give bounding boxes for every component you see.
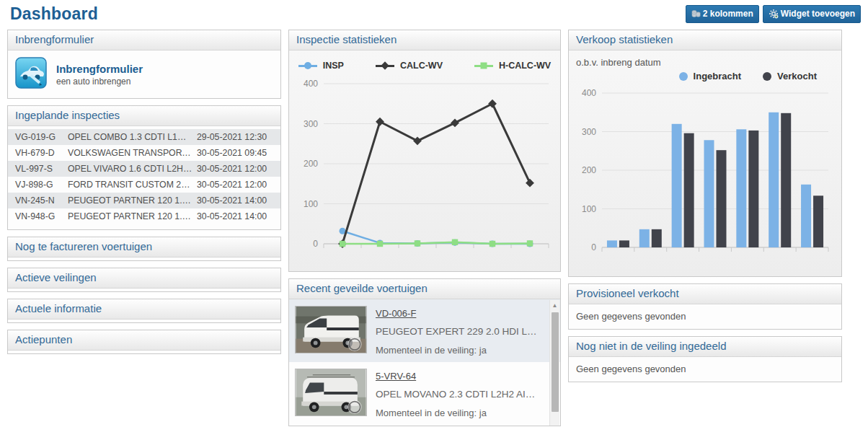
inbrengformulier-link-text: Inbrengformulier een auto inbrengen <box>56 63 143 87</box>
gear-plus-icon <box>769 9 779 19</box>
verkocht-marker-icon <box>763 72 771 81</box>
legend-label-verkocht: Verkocht <box>777 71 817 82</box>
vehicle-description: OPEL MOVANO 2.3 CDTI L2H2 AIRCO <box>376 389 540 400</box>
vehicle-description: PEUGEOT EXPERT 229 2.0 HDI L2H1 P... <box>376 326 540 337</box>
calc-wv-marker-icon <box>376 65 394 67</box>
list-item[interactable]: 5-VRV-64 OPEL MOVANO 2.3 CDTI L2H2 AIRCO… <box>289 362 560 425</box>
vehicle-photo[interactable] <box>295 369 367 416</box>
datum-cell: 29-05-2021 12:30 <box>197 132 275 142</box>
vehicle-status: Momenteel in de veiling: ja <box>376 345 543 356</box>
vehicle-status: Momenteel in de veiling: ja <box>376 408 543 418</box>
widget-nog-niet-in-veiling: Nog niet in de veiling ingedeeld Geen ge… <box>568 336 842 382</box>
legend-label-h-calc-wv: H-CALC-WV <box>499 61 551 71</box>
table-row[interactable]: VH-679-D VOLKSWAGEN TRANSPORTE... 30-05-… <box>8 145 280 161</box>
widget-ingeplande-inspecties-header[interactable]: Ingeplande inspecties <box>8 106 280 126</box>
insp-marker-icon <box>298 65 317 67</box>
svg-text:400: 400 <box>582 88 596 98</box>
widget-actuele-informatie: Actuele informatie <box>7 299 281 323</box>
widget-verkoop-statistieken-header[interactable]: Verkoop statistieken <box>569 30 841 50</box>
table-row[interactable]: VG-019-G OPEL COMBO 1.3 CDTI L1H1 E... 2… <box>8 129 280 145</box>
left-column: Inbrengformulier <box>7 30 281 361</box>
inspectie-line-chart: 0100200300400 <box>295 74 553 263</box>
svg-text:100: 100 <box>304 199 318 209</box>
widget-inspectie-statistieken-header[interactable]: Inspectie statistieken <box>289 30 560 50</box>
widget-actieve-veilingen: Actieve veilingen <box>7 268 281 292</box>
datum-cell: 30-05-2021 12:00 <box>197 180 275 190</box>
dashboard-columns: Inbrengformulier <box>0 30 868 427</box>
widget-toevoegen-button-label: Widget toevoegen <box>781 9 855 19</box>
table-row[interactable]: VJ-898-G FORD TRANSIT CUSTOM 270 2... 30… <box>8 177 280 193</box>
omschrijving-cell: OPEL VIVARO 1.6 CDTI L2H1 E... <box>68 164 197 174</box>
recent-list-scrollbar[interactable]: ▲ <box>549 300 559 426</box>
omschrijving-cell: PEUGEOT PARTNER 120 1.6 E-... <box>68 195 197 206</box>
verkoop-chart-subtitle: o.b.v. inbreng datum <box>575 53 836 68</box>
ingebracht-marker-icon <box>679 72 688 81</box>
kenteken-cell: VJ-898-G <box>15 180 68 190</box>
svg-text:100: 100 <box>582 204 596 214</box>
kenteken-cell: VH-679-D <box>15 148 68 158</box>
vehicle-plate-link[interactable]: VD-006-F <box>376 308 416 319</box>
vehicle-photo[interactable] <box>295 306 367 353</box>
vehicle-info: VD-006-F PEUGEOT EXPERT 229 2.0 HDI L2H1… <box>376 306 543 356</box>
verkoop-chart-legend: Ingebracht Verkocht <box>575 71 817 82</box>
widget-nog-te-factureren-header[interactable]: Nog te factureren voertuigen <box>8 237 280 257</box>
svg-text:200: 200 <box>304 159 318 169</box>
svg-text:0: 0 <box>591 242 596 252</box>
datum-cell: 30-05-2021 12:00 <box>197 164 275 174</box>
widget-inspectie-statistieken: Inspectie statistieken INSP CALC-WV <box>288 30 561 272</box>
toolbar-buttons: 2 kolommen <box>686 4 861 23</box>
table-row[interactable]: VN-948-G PEUGEOT PARTNER 120 1.6 E-... 3… <box>8 208 280 224</box>
two-columns-button-label: 2 kolommen <box>703 9 753 19</box>
right-column: Verkoop statistieken o.b.v. inbreng datu… <box>568 30 842 389</box>
table-row[interactable]: VL-997-S OPEL VIVARO 1.6 CDTI L2H1 E... … <box>8 161 280 177</box>
vehicle-plate-link[interactable]: 5-VRV-64 <box>376 371 416 382</box>
widget-nog-niet-in-veiling-header[interactable]: Nog niet in de veiling ingedeeld <box>569 337 841 357</box>
widget-inbrengformulier-header[interactable]: Inbrengformulier <box>8 30 280 50</box>
omschrijving-cell: OPEL COMBO 1.3 CDTI L1H1 E... <box>68 132 197 142</box>
omschrijving-cell: FORD TRANSIT CUSTOM 270 2... <box>68 180 197 190</box>
legend-item-verkocht: Verkocht <box>763 71 817 82</box>
verkoop-bar-chart: 0100200300400 <box>575 82 834 268</box>
two-columns-button[interactable]: 2 kolommen <box>686 5 759 23</box>
omschrijving-cell: PEUGEOT PARTNER 120 1.6 E-... <box>68 211 197 221</box>
widget-actieve-veilingen-header[interactable]: Actieve veilingen <box>8 268 280 289</box>
widget-body-empty <box>8 320 280 322</box>
empty-state-text: Geen gegevens gevonden <box>569 304 841 329</box>
widget-actuele-informatie-header[interactable]: Actuele informatie <box>8 299 280 320</box>
legend-item-ingebracht: Ingebracht <box>679 71 741 82</box>
legend-item-h-calc-wv: H-CALC-WV <box>474 61 551 71</box>
kenteken-cell: VN-948-G <box>15 211 68 221</box>
page-title: Dashboard <box>10 4 98 24</box>
dashboard-page: Dashboard 2 kolommen <box>0 0 868 427</box>
widget-recent-geveilde-header[interactable]: Recent geveilde voertuigen <box>289 279 560 299</box>
inspectie-chart-area: INSP CALC-WV H-CALC-WV 0100200300400 <box>289 50 560 271</box>
datum-cell: 30-05-2021 14:00 <box>197 195 275 206</box>
widget-ingeplande-inspecties: Ingeplande inspecties VG-019-G OPEL COMB… <box>7 105 281 230</box>
omschrijving-cell: VOLKSWAGEN TRANSPORTE... <box>68 148 197 158</box>
legend-item-calc-wv: CALC-WV <box>376 61 443 71</box>
widget-nog-te-factureren: Nog te factureren voertuigen <box>7 237 281 261</box>
widget-provisioneel-verkocht-header[interactable]: Provisioneel verkocht <box>569 284 841 304</box>
table-row[interactable]: VN-245-N PEUGEOT PARTNER 120 1.6 E-... 3… <box>8 193 280 208</box>
scrollbar-thumb[interactable] <box>552 312 559 412</box>
svg-text:400: 400 <box>304 79 318 89</box>
inspecties-table: VG-019-G OPEL COMBO 1.3 CDTI L1H1 E... 2… <box>8 126 280 229</box>
svg-text:0: 0 <box>313 239 318 249</box>
widget-toevoegen-button[interactable]: Widget toevoegen <box>763 5 861 23</box>
widget-actiepunten-header[interactable]: Actiepunten <box>8 330 280 351</box>
kenteken-cell: VN-245-N <box>15 195 68 206</box>
legend-label-ingebracht: Ingebracht <box>694 71 741 82</box>
empty-state-text: Geen gegevens gevonden <box>569 357 841 382</box>
svg-text:300: 300 <box>582 127 596 137</box>
widget-inbrengformulier: Inbrengformulier <box>7 30 281 99</box>
middle-column: Inspectie statistieken INSP CALC-WV <box>288 30 561 427</box>
datum-cell: 30-05-2021 09:45 <box>197 148 275 158</box>
inspectie-chart-legend: INSP CALC-WV H-CALC-WV <box>295 53 554 74</box>
list-item[interactable]: VD-006-F PEUGEOT EXPERT 229 2.0 HDI L2H1… <box>289 299 560 362</box>
top-bar: Dashboard 2 kolommen <box>0 0 868 30</box>
scroll-up-arrow-icon[interactable]: ▲ <box>550 300 559 311</box>
widget-body-empty <box>8 289 280 291</box>
widget-provisioneel-verkocht: Provisioneel verkocht Geen gegevens gevo… <box>568 283 842 330</box>
inbrengformulier-link[interactable]: Inbrengformulier <box>56 63 143 75</box>
inbrengformulier-link-item[interactable]: Inbrengformulier een auto inbrengen <box>8 50 280 98</box>
